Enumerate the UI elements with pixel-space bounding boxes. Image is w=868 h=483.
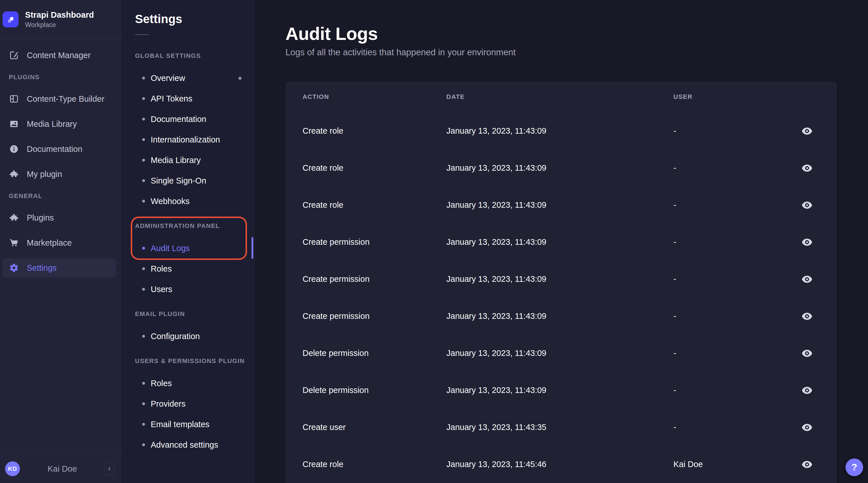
subnav-item-internationalization[interactable]: Internationalization (122, 129, 254, 150)
cell-date: January 13, 2023, 11:43:09 (446, 349, 674, 358)
cell-date: January 13, 2023, 11:43:09 (446, 274, 674, 284)
subnav-section-email-plugin: EMAIL PLUGIN (135, 310, 254, 318)
cell-user: - (674, 349, 792, 358)
image-icon (9, 119, 19, 129)
table-row: Create role January 13, 2023, 11:43:09 - (300, 186, 823, 223)
user-area: KD Kai Doe (0, 454, 121, 483)
bullet-dot-icon (142, 200, 145, 203)
column-header-action: ACTION (303, 93, 446, 100)
subnav-item-label: Documentation (151, 115, 206, 124)
table-row: Create permission January 13, 2023, 11:4… (300, 261, 823, 298)
eye-icon (801, 349, 813, 357)
sidebar-item-content-type-builder[interactable]: Content-Type Builder (3, 89, 116, 109)
sidebar-item-media-library[interactable]: Media Library (3, 114, 116, 134)
collapse-sidebar-button[interactable] (104, 462, 114, 475)
subnav-item-webhooks[interactable]: Webhooks (122, 191, 254, 211)
sidebar-item-content-manager[interactable]: Content Manager (3, 46, 116, 65)
cell-user: - (674, 237, 792, 247)
sidebar-item-plugins[interactable]: Plugins (3, 208, 116, 228)
cell-date: January 13, 2023, 11:43:09 (446, 311, 674, 321)
nav-list: Content Manager PLUGINS Content-Type Bui… (0, 39, 121, 277)
main-content: Audit Logs Logs of all the activities th… (255, 0, 868, 483)
subnav-item-admin-roles[interactable]: Roles (122, 259, 254, 279)
info-icon (9, 144, 19, 154)
brand-text: Strapi Dashboard Workplace (25, 10, 94, 29)
table-row: Create role January 13, 2023, 11:43:09 - (300, 149, 823, 186)
sidebar-item-my-plugin[interactable]: My plugin (3, 164, 116, 184)
view-log-button[interactable] (800, 237, 814, 247)
cell-action: Create role (303, 126, 446, 135)
bullet-dot-icon (142, 118, 145, 121)
subnav-item-api-tokens[interactable]: API Tokens (122, 88, 254, 109)
subnav-title: Settings (135, 13, 254, 25)
chevron-left-icon (106, 466, 112, 472)
subnav-scrollbar-thumb[interactable] (252, 237, 253, 259)
page-title: Audit Logs (285, 25, 837, 43)
cell-action: Create role (303, 460, 446, 469)
subnav-item-audit-logs[interactable]: Audit Logs (122, 238, 254, 259)
cell-action: Create user (303, 423, 446, 432)
subnav-item-single-sign-on[interactable]: Single Sign-On (122, 171, 254, 191)
view-log-button[interactable] (800, 422, 814, 432)
subnav-item-label: Email templates (151, 420, 209, 429)
view-log-button[interactable] (800, 459, 814, 470)
eye-icon (801, 423, 813, 431)
subnav-item-overview[interactable]: Overview (122, 68, 254, 88)
bullet-dot-icon (142, 267, 145, 270)
cell-user: - (674, 274, 792, 284)
subnav-item-advanced-settings[interactable]: Advanced settings (122, 434, 254, 455)
bullet-dot-icon (142, 423, 145, 426)
cell-action: Create permission (303, 274, 446, 284)
view-log-button[interactable] (800, 126, 814, 136)
view-log-button[interactable] (800, 274, 814, 284)
eye-icon (801, 460, 813, 469)
subnav-item-label: Users (151, 285, 172, 294)
subnav-item-email-templates[interactable]: Email templates (122, 414, 254, 434)
eye-icon (801, 164, 813, 172)
subnav-item-label: Overview (151, 73, 185, 83)
view-log-button[interactable] (800, 311, 814, 322)
workspace-brand[interactable]: Strapi Dashboard Workplace (0, 0, 121, 39)
eye-icon (801, 386, 813, 394)
cell-user: - (674, 311, 792, 321)
subnav-item-label: Audit Logs (151, 244, 190, 253)
workspace-name: Workplace (25, 21, 94, 29)
bullet-dot-icon (142, 159, 145, 161)
subnav-item-label: Media Library (151, 156, 201, 165)
subnav-item-configuration[interactable]: Configuration (122, 326, 254, 346)
subnav-item-media-library[interactable]: Media Library (122, 150, 254, 171)
avatar[interactable]: KD (5, 461, 20, 476)
subnav-item-label: Advanced settings (151, 440, 218, 450)
bullet-dot-icon (142, 382, 145, 385)
column-header-user: USER (674, 93, 792, 100)
subnav-item-admin-users[interactable]: Users (122, 279, 254, 300)
sidebar-item-label: Documentation (27, 145, 82, 154)
subnav-item-providers[interactable]: Providers (122, 394, 254, 414)
table-row: Delete permission January 13, 2023, 11:4… (300, 335, 823, 371)
bullet-dot-icon (142, 179, 145, 182)
subnav-item-up-roles[interactable]: Roles (122, 373, 254, 394)
audit-logs-table: ACTION DATE USER Create role January 13,… (285, 82, 837, 483)
help-button[interactable]: ? (845, 458, 863, 476)
view-log-button[interactable] (800, 200, 814, 210)
view-log-button[interactable] (800, 163, 814, 173)
nav-section-general: GENERAL (9, 192, 121, 200)
cell-date: January 13, 2023, 11:43:09 (446, 200, 674, 210)
cell-date: January 13, 2023, 11:43:09 (446, 126, 674, 135)
settings-subnav: Settings GLOBAL SETTINGS Overview API To… (122, 0, 254, 483)
subnav-section-global-settings: GLOBAL SETTINGS (135, 52, 254, 60)
view-log-button[interactable] (800, 385, 814, 395)
subnav-item-label: Providers (151, 399, 186, 409)
puzzle-icon (9, 169, 19, 179)
pen-square-icon (9, 51, 19, 60)
subnav-item-documentation[interactable]: Documentation (122, 109, 254, 129)
table-header-row: ACTION DATE USER (300, 82, 823, 112)
cell-user: - (674, 126, 792, 135)
sidebar-item-marketplace[interactable]: Marketplace (3, 233, 116, 252)
sidebar-item-label: Media Library (27, 119, 77, 129)
cell-action: Delete permission (303, 386, 446, 395)
cell-user: Kai Doe (674, 460, 792, 469)
sidebar-item-documentation[interactable]: Documentation (3, 139, 116, 159)
sidebar-item-settings[interactable]: Settings (3, 258, 116, 277)
view-log-button[interactable] (800, 348, 814, 359)
